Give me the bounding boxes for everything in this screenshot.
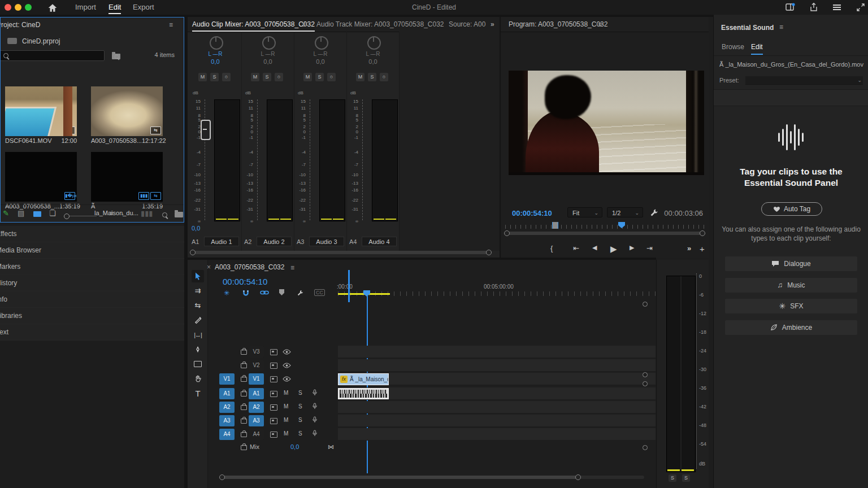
source-patch-v1[interactable]: V1 [219,373,235,385]
new-bin-icon[interactable] [175,211,183,219]
program-ruler[interactable] [505,222,704,229]
lock-track-icon[interactable] [241,363,247,368]
channel-name[interactable]: Audio 4 [362,237,397,246]
sync-lock-icon[interactable] [270,404,277,411]
lock-track-icon[interactable] [241,432,247,437]
target-track-a4[interactable]: A4 [249,429,264,440]
clip-thumbnail[interactable]: ▮▮▮ ⇆ [91,152,163,202]
panel-menu-icon[interactable]: ≡ [290,264,294,272]
solo-track-button[interactable]: S [298,417,302,423]
lock-track-icon[interactable] [241,419,247,424]
track-lane[interactable] [338,401,656,413]
playhead-ghost[interactable] [552,222,558,229]
solo-button[interactable]: S [368,73,376,81]
fader-handle[interactable] [201,120,211,140]
tab-audio-track-mixer[interactable]: Audio Track Mixer: A003_07050538_C032 [316,20,444,28]
add-button-icon[interactable]: + [700,244,705,254]
solo-left-button[interactable]: S [669,474,676,482]
hand-tool[interactable] [192,373,204,385]
panel-tab-libraries[interactable]: Libraries [0,308,184,324]
lock-track-icon[interactable] [241,391,247,396]
icon-view-icon[interactable] [33,210,41,219]
go-to-in-icon[interactable]: ⇤ [573,244,579,252]
razor-tool[interactable] [192,314,204,326]
chevron-down-icon[interactable]: ⌄ [120,211,125,216]
track-lane[interactable] [338,359,656,372]
auto-tag-button[interactable]: Auto Tag [761,202,822,216]
fullscreen-icon[interactable] [856,2,866,12]
panel-tab-effects[interactable]: Effects [0,226,184,242]
sync-lock-icon[interactable] [270,349,277,355]
lock-track-icon[interactable] [241,350,247,355]
scroll-handle[interactable] [643,372,648,377]
sync-lock-icon[interactable] [270,432,277,438]
audio-type-button-dialogue[interactable]: Dialogue [725,256,857,271]
tab-source[interactable]: Source: A00 [449,20,485,28]
fader-rail[interactable] [310,99,310,220]
mute-track-button[interactable]: M [284,403,288,409]
source-patch-a3[interactable]: A3 [219,415,235,426]
target-track-a3[interactable]: A3 [249,415,264,426]
tab-edit[interactable]: Edit [751,43,763,55]
tab-program[interactable]: Program: A003_07050538_C032 [509,20,607,28]
solo-right-button[interactable]: S [682,474,690,482]
keyframe-toggle-icon[interactable]: ○ [222,73,231,81]
lock-track-icon[interactable] [241,445,247,450]
fader-value[interactable]: 0,0 [192,225,200,232]
pan-value[interactable]: 0,0 [347,58,399,65]
track-select-forward-tool[interactable]: ⇉ [192,285,204,297]
program-zoom-scrollbar[interactable] [504,230,705,237]
track-lane[interactable] [338,415,656,427]
captions-icon[interactable]: CC [314,289,325,296]
keyframe-toggle-icon[interactable]: ○ [327,73,336,81]
find-icon[interactable] [162,211,167,219]
writable-icon[interactable]: ✎ [3,209,9,217]
voiceover-mic-icon[interactable] [312,416,318,423]
mute-track-button[interactable]: M [284,390,288,396]
solo-track-button[interactable]: S [298,430,302,437]
playback-resolution-select[interactable]: 1/2⌄ [607,207,643,217]
sync-lock-icon[interactable] [270,418,277,424]
search-input[interactable] [0,50,105,61]
mute-button[interactable]: M [303,73,312,81]
lock-track-icon[interactable] [241,377,247,382]
lock-track-icon[interactable] [241,405,247,410]
pan-value[interactable]: 0,0 [189,58,241,65]
close-tab-icon[interactable]: × [207,263,211,271]
toggle-track-output-eye-icon[interactable] [283,363,291,368]
sync-lock-icon[interactable] [270,363,277,369]
program-video-frame[interactable] [509,71,704,175]
panel-tab-text[interactable]: Text [0,324,184,341]
clip-thumbnail[interactable]: ⇆ [91,86,163,136]
target-track-a2[interactable]: A2 [249,402,264,413]
clip-thumbnail[interactable]: ⇆ [5,86,77,136]
source-patch-a2[interactable]: A2 [219,402,235,413]
keyframe-toggle-icon[interactable]: ○ [275,73,283,81]
audio-type-button-sfx[interactable]: ✳SFX [725,299,857,313]
program-timecode[interactable]: 00:00:54:10 [512,209,552,217]
more-controls-icon[interactable]: » [687,244,691,252]
channel-name[interactable]: Audio 1 [204,237,239,246]
slip-tool[interactable]: |↔| [192,329,204,341]
video-clip[interactable]: fxÃ _la_Maison_d [338,373,389,385]
share-icon[interactable] [809,2,819,12]
mix-volume-value[interactable]: 0,0 [290,443,299,450]
clip-label[interactable]: A003_07050538...12:17:22 [91,137,163,144]
sync-lock-icon[interactable] [270,391,277,397]
solo-track-button[interactable]: S [298,390,302,396]
target-track-v3[interactable]: V3 [249,346,264,358]
mute-track-button[interactable]: M [284,417,288,423]
solo-button[interactable]: S [263,73,271,81]
clip-label[interactable]: DSCF0641.MOV12:00 [5,137,77,144]
snap-magnet-icon[interactable] [242,289,250,297]
solo-button[interactable]: S [210,73,219,81]
keyframe-toggle-icon[interactable]: ○ [380,73,388,81]
pan-knob[interactable] [262,36,276,50]
freeform-view-icon[interactable]: ❏ [49,209,56,217]
timeline-settings-wrench-icon[interactable] [296,289,304,297]
scroll-handle[interactable] [643,381,648,386]
pan-value[interactable]: 0,0 [242,58,294,65]
mute-track-button[interactable]: M [284,430,288,437]
panel-menu-icon[interactable]: ≡ [779,23,783,31]
project-file-name[interactable]: CineD.prproj [22,37,60,45]
